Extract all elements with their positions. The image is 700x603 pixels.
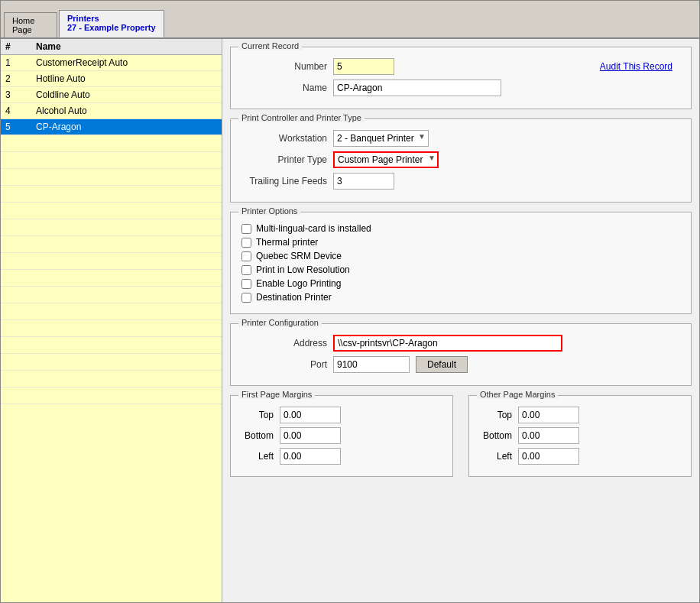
list-item-selected[interactable]: 5 CP-Aragon <box>1 119 222 135</box>
other-bottom-row: Bottom <box>480 427 680 444</box>
checkbox-destination-label: Destination Printer <box>256 292 332 303</box>
list-item[interactable]: 3 Coldline Auto <box>1 87 222 103</box>
printer-type-select-wrapper: Custom Page Printer Receipt Printer Labe… <box>333 151 439 168</box>
first-bottom-row: Bottom <box>241 427 442 444</box>
workstation-label: Workstation <box>241 133 333 144</box>
printer-type-row: Printer Type Custom Page Printer Receipt… <box>241 151 680 168</box>
audit-link[interactable]: Audit This Record <box>600 61 672 72</box>
margins-container: First Page Margins Top Bottom Left <box>230 395 692 477</box>
name-row: Name <box>241 79 680 96</box>
checkbox-logo[interactable] <box>241 279 251 289</box>
printer-type-label: Printer Type <box>241 154 333 165</box>
list-item-number: 2 <box>5 73 36 84</box>
list-item-empty <box>1 270 222 287</box>
checkbox-logo-label: Enable Logo Printing <box>256 278 341 289</box>
checkbox-row-lowres: Print in Low Resolution <box>241 264 680 275</box>
checkbox-lowres[interactable] <box>241 265 251 275</box>
first-page-margins-section: First Page Margins Top Bottom Left <box>230 395 453 477</box>
other-bottom-input[interactable] <box>518 427 579 444</box>
other-left-input[interactable] <box>518 448 579 465</box>
printer-options-title: Printer Options <box>238 206 300 216</box>
tab-home-title: Home <box>12 16 49 25</box>
first-left-row: Left <box>241 448 442 465</box>
checkbox-row-logo: Enable Logo Printing <box>241 278 680 289</box>
main-window: Home Page Printers 27 - Example Property… <box>0 0 700 603</box>
print-controller-section: Print Controller and Printer Type Workst… <box>230 118 692 203</box>
other-left-row: Left <box>480 448 680 465</box>
number-row: Number <box>241 58 600 75</box>
address-label: Address <box>241 338 333 349</box>
list-item[interactable]: 1 CustomerReceipt Auto <box>1 55 222 71</box>
workstation-select[interactable]: 2 - Banquet Printer 1 - Front Desk 3 - B… <box>333 130 429 147</box>
list-item-empty <box>1 219 222 236</box>
current-record-header-row: Number Audit This Record <box>241 58 680 75</box>
first-top-input[interactable] <box>280 407 341 423</box>
current-record-section: Current Record Number Audit This Record … <box>230 47 692 109</box>
list-item-empty <box>1 152 222 169</box>
checkbox-destination[interactable] <box>241 293 251 303</box>
printer-type-select[interactable]: Custom Page Printer Receipt Printer Labe… <box>333 151 439 168</box>
first-top-label: Top <box>241 410 280 420</box>
name-input[interactable] <box>333 79 501 96</box>
first-page-margins-title: First Page Margins <box>238 390 315 399</box>
port-label: Port <box>241 359 333 370</box>
list-item[interactable]: 2 Hotline Auto <box>1 71 222 87</box>
printer-list-panel: # Name 1 CustomerReceipt Auto 2 Hotline … <box>1 39 222 602</box>
list-item-number: 4 <box>5 105 36 116</box>
checkbox-thermal[interactable] <box>241 238 251 248</box>
checkbox-row-quebec: Quebec SRM Device <box>241 251 680 261</box>
list-item-name: Alcohol Auto <box>36 105 217 116</box>
checkbox-multilingual[interactable] <box>241 224 251 234</box>
list-item-empty <box>1 203 222 219</box>
list-item-empty <box>1 387 222 404</box>
other-top-row: Top <box>480 407 680 423</box>
other-top-label: Top <box>480 410 518 420</box>
other-page-margins-title: Other Page Margins <box>477 390 558 399</box>
list-item-number: 1 <box>5 57 36 68</box>
list-item-empty <box>1 169 222 186</box>
list-item-empty <box>1 371 222 387</box>
trailing-feeds-row: Trailing Line Feeds <box>241 173 680 190</box>
default-button[interactable]: Default <box>416 356 468 373</box>
first-left-input[interactable] <box>280 448 341 465</box>
number-label: Number <box>241 61 333 72</box>
other-bottom-label: Bottom <box>480 430 518 441</box>
checkbox-quebec[interactable] <box>241 251 251 261</box>
checkbox-quebec-label: Quebec SRM Device <box>256 251 342 261</box>
list-col-number-header: # <box>5 41 36 52</box>
list-item-name: CP-Aragon <box>36 122 217 132</box>
list-item-empty <box>1 303 222 320</box>
first-top-row: Top <box>241 407 442 423</box>
tab-bar: Home Page Printers 27 - Example Property <box>1 1 699 39</box>
list-item-number: 3 <box>5 89 36 100</box>
address-input[interactable] <box>333 335 562 352</box>
port-input[interactable] <box>333 356 410 373</box>
list-item-empty <box>1 320 222 337</box>
current-record-title: Current Record <box>238 41 302 50</box>
tab-printers[interactable]: Printers 27 - Example Property <box>59 10 164 37</box>
tab-printers-subtitle: 27 - Example Property <box>67 23 156 32</box>
other-top-input[interactable] <box>518 407 579 423</box>
first-bottom-input[interactable] <box>280 427 341 444</box>
printer-config-section: Printer Configuration Address Port Defau… <box>230 323 692 386</box>
checkbox-row-multilingual: Multi-lingual-card is installed <box>241 223 680 234</box>
checkbox-multilingual-label: Multi-lingual-card is installed <box>256 223 371 234</box>
other-left-label: Left <box>480 451 518 462</box>
trailing-feeds-input[interactable] <box>333 173 394 190</box>
list-col-name-header: Name <box>36 41 217 52</box>
other-page-margins-section: Other Page Margins Top Bottom Left <box>468 395 692 477</box>
number-input[interactable] <box>333 58 394 75</box>
workstation-row: Workstation 2 - Banquet Printer 1 - Fron… <box>241 130 680 147</box>
list-header: # Name <box>1 39 222 55</box>
tab-home[interactable]: Home Page <box>4 12 57 37</box>
trailing-feeds-label: Trailing Line Feeds <box>241 176 333 186</box>
checkbox-row-destination: Destination Printer <box>241 292 680 303</box>
main-content: # Name 1 CustomerReceipt Auto 2 Hotline … <box>1 39 699 602</box>
port-row: Port Default <box>241 356 680 373</box>
list-item-name: Hotline Auto <box>36 73 217 84</box>
list-item-name: Coldline Auto <box>36 89 217 100</box>
tab-printers-title: Printers <box>67 14 156 23</box>
list-item-name: CustomerReceipt Auto <box>36 57 217 68</box>
list-item[interactable]: 4 Alcohol Auto <box>1 103 222 119</box>
checkbox-row-thermal: Thermal printer <box>241 237 680 248</box>
